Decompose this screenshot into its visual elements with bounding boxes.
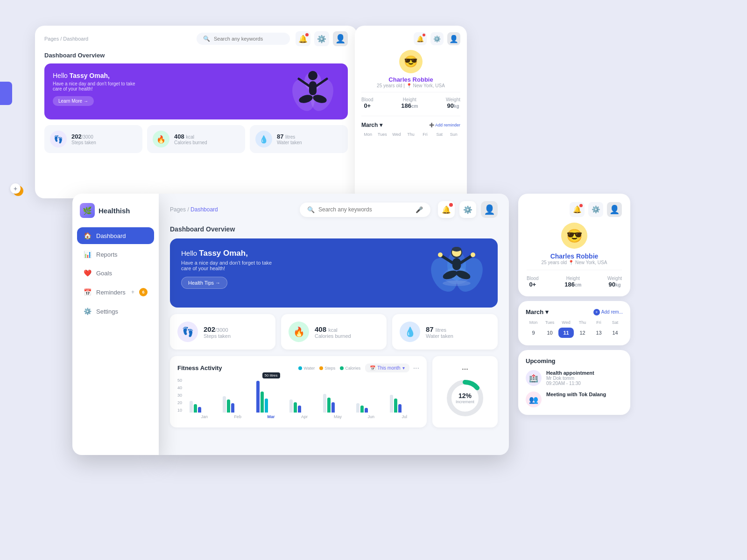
cal-header-wed: Wed: [558, 320, 574, 325]
back-learn-more-btn[interactable]: Learn More →: [53, 96, 94, 106]
health-tips-btn[interactable]: Health Tips →: [181, 277, 227, 289]
sidebar-item-settings[interactable]: ⚙️ Settings: [77, 303, 154, 320]
back-right-gear-icon: ⚙️: [433, 35, 441, 42]
back-right-notif[interactable]: 🔔: [414, 32, 427, 45]
blood-value: 0+: [527, 281, 539, 288]
profile-avatar-btn[interactable]: 👤: [607, 202, 622, 217]
profile-name: Charles Robbie: [527, 252, 622, 260]
cal-day-12[interactable]: 12: [575, 328, 590, 338]
microphone-icon[interactable]: 🎤: [416, 206, 423, 213]
back-hero-illustration: [287, 66, 338, 117]
sidebar-label-reports: Reports: [96, 251, 118, 258]
floating-plus-btn[interactable]: +: [10, 183, 21, 194]
sidebar-item-reports[interactable]: 📊 Reports: [77, 246, 154, 263]
back-settings-btn[interactable]: ⚙️: [314, 31, 329, 46]
notification-btn[interactable]: 🔔: [438, 201, 455, 218]
chart-bars-area: 50 litres: [190, 378, 419, 420]
cal-day-11-today[interactable]: 11: [558, 328, 574, 338]
settings-icon: ⚙️: [84, 308, 92, 315]
sidebar-item-goals[interactable]: ❤️ Goals: [77, 265, 154, 281]
chevron-down-icon: ▾: [402, 365, 405, 371]
calendar-icon: 📅: [370, 365, 375, 371]
back-search-icon: 🔍: [203, 35, 210, 42]
y-label-50: 50: [177, 378, 187, 383]
donut-chart: 12% Increment: [444, 377, 486, 419]
settings-btn[interactable]: ⚙️: [459, 201, 476, 218]
reports-icon: 📊: [84, 251, 92, 258]
svg-point-21: [438, 252, 443, 257]
search-bar[interactable]: 🔍 🎤: [300, 203, 430, 217]
back-right-bell-icon: 🔔: [416, 35, 424, 42]
calories-legend-label: Calories: [345, 366, 360, 371]
back-profile-meta: 25 years old | 📍 New York, USA: [361, 83, 460, 88]
bar-jul-steps: [394, 399, 397, 413]
logo-icon: 🌿: [80, 203, 95, 218]
back-breadcrumb: Pages / Dashboard: [44, 36, 191, 42]
bar-chart: 50 litres: [190, 378, 419, 413]
donut-more-icon[interactable]: ···: [462, 365, 468, 373]
user-avatar-btn[interactable]: 👤: [481, 201, 498, 218]
profile-notif-btn[interactable]: 🔔: [570, 202, 585, 217]
upcoming-title: Upcoming: [526, 357, 623, 364]
cal-day-13[interactable]: 13: [591, 328, 606, 338]
back-search-bar[interactable]: 🔍: [197, 33, 290, 45]
fitness-filter-btn[interactable]: 📅 This month ▾: [365, 364, 409, 372]
back-cal-mon: Mon: [361, 132, 375, 137]
back-search-input[interactable]: [214, 36, 283, 42]
back-right-avatar[interactable]: 👤: [447, 32, 460, 45]
collapse-sidebar-btn[interactable]: [0, 82, 12, 105]
hero-subtitle: Have a nice day and don't forget to take…: [181, 260, 275, 271]
search-input[interactable]: [318, 206, 412, 213]
back-cal-month: March ▾: [361, 122, 382, 128]
cal-day-10[interactable]: 10: [542, 328, 557, 338]
cal-month-btn[interactable]: March ▾: [526, 308, 593, 315]
sidebar-label-goals: Goals: [96, 270, 112, 277]
back-water-label: Water taken: [277, 140, 302, 145]
height-label: Height: [564, 276, 581, 281]
goals-icon: ❤️: [84, 269, 92, 277]
back-add-reminder-btn[interactable]: ➕ Add reminder: [429, 123, 460, 127]
sidebar-item-dashboard[interactable]: 🏠 Dashboard: [77, 227, 154, 244]
bar-jan-water: [190, 401, 193, 413]
x-label-jun: Jun: [356, 414, 386, 419]
more-options-icon[interactable]: ···: [413, 364, 419, 372]
back-avatar-btn[interactable]: 👤: [333, 31, 348, 46]
back-right-gear[interactable]: ⚙️: [430, 32, 444, 45]
fitness-card: Fitness Activity Water Steps Calories: [170, 356, 427, 427]
profile-avatar-icon: 👤: [609, 204, 620, 215]
weight-label: Weight: [607, 276, 622, 281]
sidebar-item-reminders[interactable]: 📅 Reminders + 6: [77, 283, 154, 301]
bar-jul-water: [390, 395, 393, 413]
cal-days-header: Mon Tues Wed Thu Fri Sat: [526, 320, 623, 325]
back-avatar-icon: 👤: [335, 34, 345, 44]
add-reminder-btn[interactable]: + Add rem...: [593, 309, 623, 315]
x-label-mar: Mar: [256, 414, 286, 419]
sidebar-label-dashboard: Dashboard: [96, 232, 126, 239]
main-content: Pages / Dashboard 🔍 🎤 🔔 ⚙️ 👤 Dashboard O…: [159, 194, 509, 455]
water-label: Water taken: [426, 333, 453, 339]
x-axis: Jan Feb Mar Apr May Jun Jul: [190, 414, 419, 419]
cal-day-14[interactable]: 14: [607, 328, 623, 338]
back-notification-btn[interactable]: 🔔: [296, 31, 310, 46]
bar-mar-steps: [261, 392, 264, 413]
back-gear-icon: ⚙️: [317, 35, 326, 43]
cal-header-sat: Sat: [607, 320, 623, 325]
stat-card-steps: 👣 202/3000 Steps taken: [170, 314, 275, 350]
back-right-avatar-icon: 👤: [449, 35, 458, 43]
fitness-title: Fitness Activity: [177, 364, 298, 371]
back-cal-wed: Wed: [390, 132, 403, 137]
weight-value: 90kg: [607, 281, 622, 288]
cal-day-9[interactable]: 9: [526, 328, 541, 338]
sidebar-label-reminders: Reminders: [96, 289, 126, 296]
section-title: Dashboard Overview: [159, 225, 509, 238]
profile-header-icons: 🔔 ⚙️ 👤: [527, 202, 622, 217]
chart-group-jun: [356, 403, 386, 413]
back-profile-name: Charles Robbie: [361, 76, 460, 83]
back-cal-fri: Fri: [418, 132, 432, 137]
back-cal-tue: Tues: [376, 132, 389, 137]
calories-value: 408 kcal: [315, 325, 351, 333]
steps-value: 202/3000: [204, 325, 231, 333]
back-water-value: 87 litres: [277, 133, 302, 140]
profile-gear-btn[interactable]: ⚙️: [588, 202, 603, 217]
donut-label: 12% Increment: [456, 392, 474, 404]
